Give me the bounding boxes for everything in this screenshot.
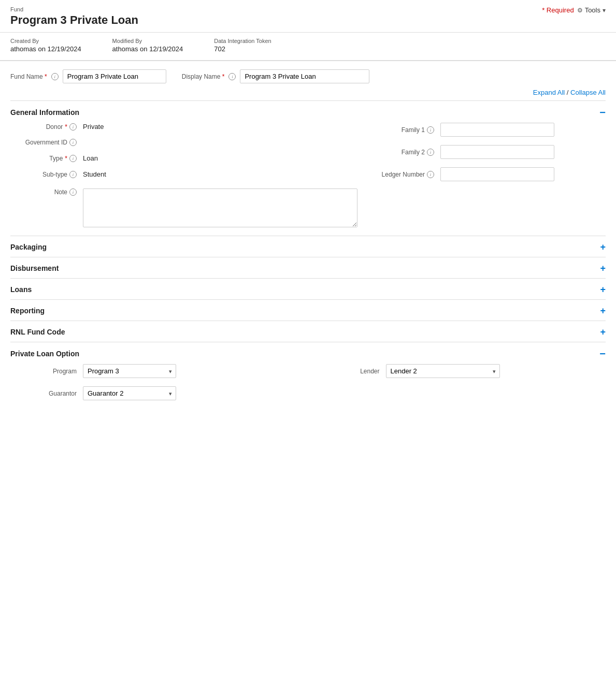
fund-name-group: Fund Name * i bbox=[10, 69, 166, 83]
family1-label-group: Family 1 i bbox=[368, 126, 440, 134]
display-name-required: * bbox=[222, 73, 225, 80]
program-select[interactable]: Program 3 Program 1 Program 2 bbox=[83, 364, 176, 378]
family1-input[interactable] bbox=[440, 123, 554, 137]
program-label: Program bbox=[53, 368, 77, 375]
loans-title: Loans bbox=[10, 285, 32, 294]
created-by-item: Created By athomas on 12/19/2024 bbox=[10, 38, 81, 53]
lender-row: Lender Lender 2 Lender 1 Lender 3 bbox=[313, 364, 606, 378]
subtype-value: Student bbox=[83, 170, 106, 178]
private-loan-option-toggle[interactable]: − bbox=[599, 349, 606, 359]
packaging-header[interactable]: Packaging + bbox=[10, 236, 606, 257]
government-id-label-group: Government ID i bbox=[10, 139, 83, 146]
donor-label: Donor bbox=[46, 123, 63, 130]
note-label-group: Note i bbox=[10, 188, 83, 196]
family1-label: Family 1 bbox=[402, 126, 425, 134]
tools-label: Tools bbox=[585, 6, 600, 14]
lender-select[interactable]: Lender 2 Lender 1 Lender 3 bbox=[386, 364, 500, 378]
modified-by-item: Modified By athomas on 12/19/2024 bbox=[112, 38, 183, 53]
donor-required: * bbox=[65, 123, 67, 130]
disbursement-toggle[interactable]: + bbox=[600, 264, 606, 273]
private-loan-grid: Program Program 3 Program 1 Program 2 bbox=[10, 364, 606, 400]
general-information-toggle[interactable]: − bbox=[599, 107, 606, 118]
subtype-label-group: Sub-type i bbox=[10, 171, 83, 178]
note-label: Note bbox=[54, 188, 67, 196]
private-loan-left: Program Program 3 Program 1 Program 2 bbox=[10, 364, 303, 400]
government-id-label: Government ID bbox=[25, 139, 67, 146]
lender-label: Lender bbox=[360, 368, 379, 375]
loans-header[interactable]: Loans + bbox=[10, 279, 606, 299]
rnl-fund-code-header[interactable]: RNL Fund Code + bbox=[10, 321, 606, 342]
expand-all-link[interactable]: Expand All bbox=[533, 89, 565, 96]
note-row: Note i bbox=[10, 188, 357, 227]
data-integration-label: Data Integration Token bbox=[214, 38, 271, 44]
type-required: * bbox=[65, 155, 67, 162]
guarantor-label: Guarantor bbox=[49, 390, 77, 397]
required-label: * Required bbox=[542, 6, 574, 14]
family1-info-icon[interactable]: i bbox=[427, 126, 434, 134]
private-loan-right: Lender Lender 2 Lender 1 Lender 3 bbox=[313, 364, 606, 400]
ledger-number-label: Ledger Number bbox=[382, 171, 425, 178]
general-information-title: General Information bbox=[10, 108, 79, 117]
type-info-icon[interactable]: i bbox=[69, 155, 77, 162]
type-label-group: Type * i bbox=[10, 155, 83, 162]
rnl-fund-code-toggle[interactable]: + bbox=[600, 327, 606, 337]
packaging-toggle[interactable]: + bbox=[600, 242, 606, 252]
data-integration-value: 702 bbox=[214, 45, 225, 53]
family2-info-icon[interactable]: i bbox=[427, 149, 434, 156]
tools-button[interactable]: ⚙ Tools ▾ bbox=[577, 6, 606, 14]
guarantor-label-group: Guarantor bbox=[10, 390, 83, 397]
general-information-header[interactable]: General Information − bbox=[10, 101, 606, 123]
display-name-input[interactable] bbox=[240, 69, 369, 83]
lender-label-group: Lender bbox=[313, 368, 386, 375]
left-col: Donor * i Private Government ID i bbox=[10, 123, 357, 227]
program-row: Program Program 3 Program 1 Program 2 bbox=[10, 364, 303, 378]
disbursement-header[interactable]: Disbursement + bbox=[10, 257, 606, 278]
reporting-title: Reporting bbox=[10, 307, 45, 315]
display-name-label: Display Name * bbox=[182, 73, 225, 80]
fund-name-info-icon[interactable]: i bbox=[51, 73, 59, 80]
loans-section: Loans + bbox=[10, 278, 606, 299]
program-label-group: Program bbox=[10, 368, 83, 375]
reporting-header[interactable]: Reporting + bbox=[10, 300, 606, 321]
breadcrumb: Fund bbox=[10, 6, 606, 12]
guarantor-select[interactable]: Guarantor 2 Guarantor 1 Guarantor 3 bbox=[83, 386, 176, 400]
subtype-info-icon[interactable]: i bbox=[69, 171, 77, 178]
modified-by-label: Modified By bbox=[112, 38, 183, 44]
note-textarea[interactable] bbox=[83, 188, 357, 227]
fund-name-required: * bbox=[45, 73, 47, 80]
packaging-title: Packaging bbox=[10, 243, 47, 251]
lender-select-wrapper: Lender 2 Lender 1 Lender 3 bbox=[386, 364, 500, 378]
government-id-info-icon[interactable]: i bbox=[69, 139, 77, 146]
disbursement-section: Disbursement + bbox=[10, 257, 606, 278]
fund-name-input[interactable] bbox=[63, 69, 166, 83]
reporting-section: Reporting + bbox=[10, 299, 606, 321]
program-select-wrapper: Program 3 Program 1 Program 2 bbox=[83, 364, 176, 378]
page-title: Program 3 Private Loan bbox=[10, 13, 606, 27]
gear-icon: ⚙ bbox=[577, 7, 583, 14]
created-by-value: athomas on 12/19/2024 bbox=[10, 45, 81, 53]
note-info-icon[interactable]: i bbox=[69, 188, 77, 196]
private-loan-option-header[interactable]: Private Loan Option − bbox=[10, 342, 606, 364]
family2-input[interactable] bbox=[440, 145, 554, 159]
subtype-label: Sub-type bbox=[42, 171, 67, 178]
data-integration-item: Data Integration Token 702 bbox=[214, 38, 271, 53]
modified-by-value: athomas on 12/19/2024 bbox=[112, 45, 183, 53]
display-name-info-icon[interactable]: i bbox=[228, 73, 236, 80]
donor-info-icon[interactable]: i bbox=[69, 123, 77, 130]
private-loan-option-title: Private Loan Option bbox=[10, 350, 79, 358]
loans-toggle[interactable]: + bbox=[600, 285, 606, 294]
collapse-all-link[interactable]: Collapse All bbox=[570, 89, 606, 96]
chevron-down-icon: ▾ bbox=[603, 7, 606, 14]
family2-label-group: Family 2 i bbox=[368, 149, 440, 156]
government-id-row: Government ID i bbox=[10, 139, 357, 146]
ledger-number-input[interactable] bbox=[440, 167, 554, 181]
reporting-toggle[interactable]: + bbox=[600, 306, 606, 315]
rnl-fund-code-title: RNL Fund Code bbox=[10, 328, 65, 336]
family2-label: Family 2 bbox=[402, 149, 425, 156]
donor-value: Private bbox=[83, 123, 104, 130]
disbursement-title: Disbursement bbox=[10, 264, 59, 272]
form-area: Fund Name * i Display Name * i Expand Al… bbox=[0, 61, 616, 417]
subtype-row: Sub-type i Student bbox=[10, 170, 357, 178]
created-by-label: Created By bbox=[10, 38, 81, 44]
ledger-number-info-icon[interactable]: i bbox=[427, 171, 434, 178]
